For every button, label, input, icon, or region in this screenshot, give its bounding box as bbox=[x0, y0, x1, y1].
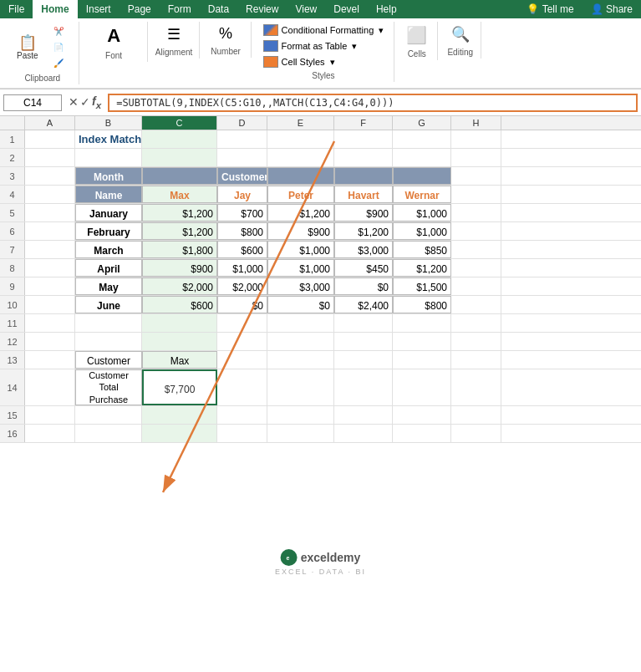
table-row: 14 CustomerTotalPurchase $7,700 bbox=[0, 369, 641, 406]
ribbon-tab-bar: File Home Insert Page Form Data Review V… bbox=[0, 0, 641, 18]
cells-group: ⬜ Cells bbox=[396, 22, 438, 60]
editing-label: Editing bbox=[447, 48, 473, 57]
styles-label: Styles bbox=[312, 71, 334, 80]
formula-bar: ✕ ✓ fx =SUBTOTAL(9,INDEX(C5:G10,,MATCH(C… bbox=[0, 89, 641, 116]
watermark: e exceldemy EXCEL · DATA · BI bbox=[275, 549, 366, 576]
table-row: 8 April $900 $1,000 $1,000 $450 $1,200 bbox=[0, 259, 641, 277]
cancel-formula-icon[interactable]: ✕ bbox=[69, 95, 79, 109]
table-row: 1 Index Match Sum Multiple Rows bbox=[0, 130, 641, 149]
col-header-d[interactable]: D bbox=[217, 116, 267, 130]
svg-text:e: e bbox=[287, 555, 290, 561]
copy-icon: 📄 bbox=[53, 43, 64, 52]
tab-tell-me[interactable]: 💡 Tell me bbox=[518, 0, 582, 18]
confirm-formula-icon[interactable]: ✓ bbox=[80, 95, 90, 109]
cell-styles-button[interactable]: Cell Styles ▾ bbox=[260, 55, 388, 69]
tab-file[interactable]: File bbox=[0, 0, 33, 18]
table-row: 11 bbox=[0, 314, 641, 333]
format-table-icon bbox=[263, 40, 278, 52]
table-row: 3 Month Customer Name bbox=[0, 167, 641, 186]
conditional-formatting-button[interactable]: Conditional Formatting ▾ bbox=[260, 23, 388, 37]
cells-icon: ⬜ bbox=[406, 25, 427, 45]
cf-dropdown-icon: ▾ bbox=[379, 25, 384, 36]
insert-function-icon[interactable]: fx bbox=[92, 94, 101, 110]
cut-button[interactable]: ✂️ bbox=[45, 25, 72, 38]
styles-group: Conditional Formatting ▾ Format as Table… bbox=[253, 22, 395, 82]
spreadsheet: A B C D E F G H 1 Index Match Sum Multip… bbox=[0, 116, 641, 584]
tab-insert[interactable]: Insert bbox=[78, 0, 120, 18]
ribbon-body: 📋 Paste ✂️ 📄 🖌️ Clipboard bbox=[0, 18, 641, 89]
number-label: Number bbox=[211, 47, 241, 56]
watermark-icon: e bbox=[281, 549, 298, 566]
col-header-g[interactable]: G bbox=[393, 116, 451, 130]
col-header-b[interactable]: B bbox=[75, 116, 142, 130]
col-header-f[interactable]: F bbox=[334, 116, 393, 130]
sheet-title: Index Match Sum Multiple Rows bbox=[79, 133, 142, 145]
tab-page[interactable]: Page bbox=[120, 0, 160, 18]
result-cell[interactable]: $7,700 bbox=[142, 369, 217, 405]
column-headers: A B C D E F G H bbox=[0, 116, 641, 130]
alignment-group: ☰ Alignment bbox=[150, 22, 200, 59]
editing-group: 🔍 Editing bbox=[440, 22, 481, 59]
col-header-e[interactable]: E bbox=[267, 116, 334, 130]
tab-review[interactable]: Review bbox=[237, 0, 287, 18]
number-group: % Number bbox=[201, 22, 252, 58]
tab-devel[interactable]: Devel bbox=[325, 0, 368, 18]
tab-form[interactable]: Form bbox=[160, 0, 200, 18]
share-button[interactable]: 👤 Share bbox=[582, 0, 641, 18]
col-header-c[interactable]: C bbox=[142, 116, 217, 130]
conditional-formatting-label: Conditional Formatting bbox=[282, 25, 374, 35]
tab-help[interactable]: Help bbox=[368, 0, 405, 18]
tab-data[interactable]: Data bbox=[200, 0, 237, 18]
editing-icon: 🔍 bbox=[451, 25, 470, 43]
clipboard-group: 📋 Paste ✂️ 📄 🖌️ Clipboard bbox=[7, 22, 79, 84]
table-row: 6 February $1,200 $800 $900 $1,200 $1,00… bbox=[0, 222, 641, 241]
paste-button[interactable]: 📋 Paste bbox=[13, 33, 42, 62]
ribbon: File Home Insert Page Form Data Review V… bbox=[0, 0, 641, 89]
watermark-tagline: EXCEL · DATA · BI bbox=[275, 568, 366, 576]
table-row: 4 Name Max Jay Peter Havart Wernar bbox=[0, 186, 641, 204]
table-row: 7 March $1,800 $600 $1,000 $3,000 $850 bbox=[0, 241, 641, 259]
table-row: 13 Customer Max bbox=[0, 351, 641, 369]
watermark-brand: exceldemy bbox=[301, 551, 361, 564]
format-painter-button[interactable]: 🖌️ bbox=[45, 57, 72, 69]
table-row: 16 bbox=[0, 425, 641, 443]
paste-icon: 📋 bbox=[18, 35, 37, 50]
number-icon: % bbox=[219, 25, 232, 43]
font-label: Font bbox=[105, 51, 122, 60]
format-painter-icon: 🖌️ bbox=[53, 59, 64, 68]
cells-label: Cells bbox=[408, 49, 426, 59]
lightbulb-icon: 💡 bbox=[527, 3, 539, 15]
cs-dropdown-icon: ▾ bbox=[330, 57, 335, 68]
table-row: 9 May $2,000 $2,000 $3,000 $0 $1,500 bbox=[0, 277, 641, 296]
alignment-icon: ☰ bbox=[167, 25, 181, 43]
copy-button[interactable]: 📄 bbox=[45, 41, 72, 53]
col-header-a[interactable]: A bbox=[25, 116, 75, 130]
table-row: 15 bbox=[0, 406, 641, 425]
cell-reference-input[interactable] bbox=[3, 94, 62, 111]
table-row: 10 June $600 $0 $0 $2,400 $800 bbox=[0, 296, 641, 314]
formula-input[interactable]: =SUBTOTAL(9,INDEX(C5:G10,,MATCH(C13,C4:G… bbox=[108, 94, 638, 112]
fat-dropdown-icon: ▾ bbox=[352, 41, 357, 52]
tab-view[interactable]: View bbox=[287, 0, 325, 18]
table-row: 12 bbox=[0, 333, 641, 351]
cell-styles-label: Cell Styles bbox=[282, 57, 325, 67]
cut-icon: ✂️ bbox=[53, 27, 64, 36]
table-row: 5 January $1,200 $700 $1,200 $900 $1,000 bbox=[0, 204, 641, 222]
person-icon: 👤 bbox=[591, 3, 603, 15]
table-row: 2 bbox=[0, 149, 641, 167]
font-group: A Font bbox=[81, 22, 148, 62]
formula-icons: ✕ ✓ fx bbox=[65, 94, 104, 110]
font-icon: A bbox=[107, 25, 120, 47]
cell-styles-icon bbox=[263, 56, 278, 68]
format-as-table-button[interactable]: Format as Table ▾ bbox=[260, 39, 388, 53]
col-header-h[interactable]: H bbox=[451, 116, 501, 130]
customer-total-purchase-label: CustomerTotalPurchase bbox=[89, 369, 129, 405]
format-as-table-label: Format as Table bbox=[282, 41, 348, 51]
conditional-formatting-icon bbox=[263, 24, 278, 36]
clipboard-label: Clipboard bbox=[24, 74, 60, 83]
tab-home[interactable]: Home bbox=[33, 0, 77, 18]
alignment-label: Alignment bbox=[155, 48, 192, 57]
